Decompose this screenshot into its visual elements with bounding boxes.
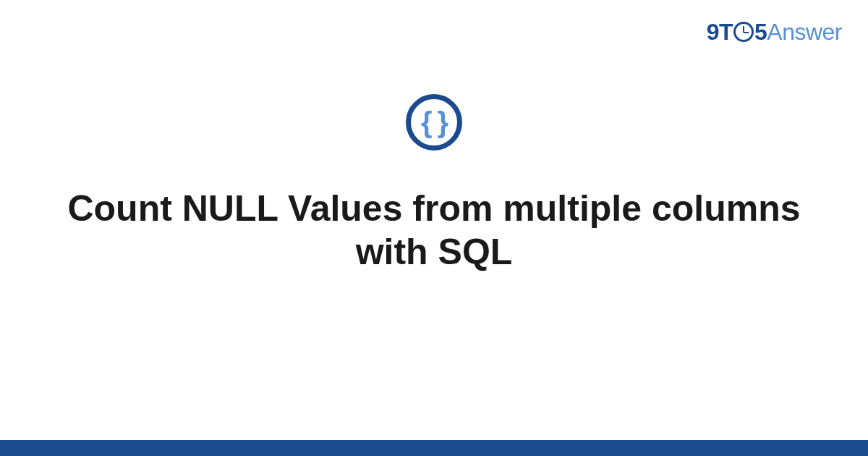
clock-icon [733, 22, 754, 42]
logo-middle: 5 [754, 19, 767, 45]
category-icon-ring: { } [406, 94, 462, 151]
logo-prefix: 9T [707, 19, 733, 45]
page-title: Count NULL Values from multiple columns … [43, 187, 825, 274]
code-braces-icon: { } [421, 108, 447, 137]
logo-suffix: Answer [767, 19, 842, 45]
footer-bar [0, 440, 868, 456]
site-logo: 9T5Answer [707, 19, 842, 46]
